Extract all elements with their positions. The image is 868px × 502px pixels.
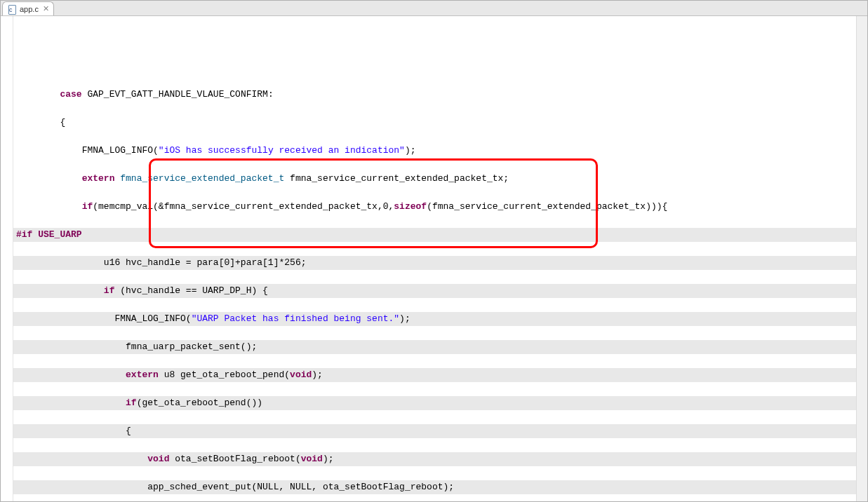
file-tab-app-c[interactable]: app.c ✕ bbox=[2, 1, 54, 15]
tab-filename: app.c bbox=[20, 5, 39, 13]
code-line: if(get_ota_reboot_pend()) bbox=[13, 396, 867, 410]
code-line: fmna_uarp_packet_sent(); bbox=[13, 340, 867, 354]
code-line: void ota_setBootFlag_reboot(void); bbox=[13, 452, 867, 466]
code-line: #if USE_UARP bbox=[13, 228, 867, 242]
editor-window: app.c ✕ case GAP_EVT_GATT_HANDLE_VLAUE_C… bbox=[0, 0, 868, 502]
code-line: { bbox=[13, 424, 867, 438]
code-line: case GAP_EVT_GATT_HANDLE_VLAUE_CONFIRM: bbox=[13, 88, 867, 102]
tab-bar: app.c ✕ bbox=[1, 1, 867, 16]
editor-gutter bbox=[1, 16, 13, 501]
code-line: extern fmna_service_extended_packet_t fm… bbox=[13, 172, 867, 186]
code-line: extern u8 get_ota_reboot_pend(void); bbox=[13, 368, 867, 382]
code-content[interactable]: case GAP_EVT_GATT_HANDLE_VLAUE_CONFIRM: … bbox=[13, 16, 867, 501]
vertical-scrollbar[interactable] bbox=[856, 16, 867, 501]
code-line: FMNA_LOG_INFO("UARP Packet has finished … bbox=[13, 312, 867, 326]
code-line: { bbox=[13, 116, 867, 130]
code-line: if (hvc_handle == UARP_DP_H) { bbox=[13, 284, 867, 298]
c-file-icon bbox=[7, 4, 17, 14]
code-line: u16 hvc_handle = para[0]+para[1]*256; bbox=[13, 256, 867, 270]
code-line: app_sched_event_put(NULL, NULL, ota_setB… bbox=[13, 480, 867, 494]
close-icon[interactable]: ✕ bbox=[43, 4, 49, 13]
code-editor[interactable]: case GAP_EVT_GATT_HANDLE_VLAUE_CONFIRM: … bbox=[1, 16, 867, 501]
code-line: if(memcmp_val(&fmna_service_current_exte… bbox=[13, 200, 867, 214]
code-line: FMNA_LOG_INFO("iOS has successfully rece… bbox=[13, 144, 867, 158]
